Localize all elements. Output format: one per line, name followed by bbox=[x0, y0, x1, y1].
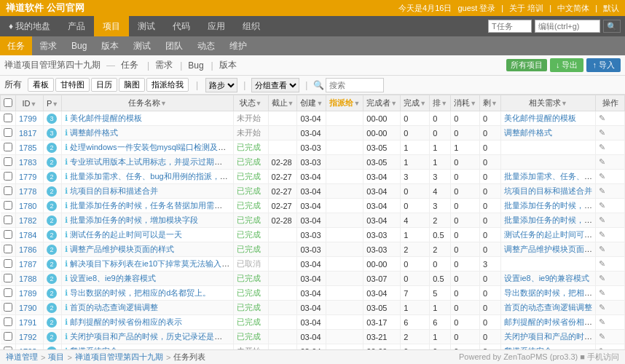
row-checkbox[interactable] bbox=[4, 317, 12, 326]
task-name-link[interactable]: 解决项目下标列表在ie10下掉常莫无法输入数据 bbox=[70, 259, 233, 268]
edit-icon[interactable]: ✎ bbox=[599, 143, 605, 151]
task-id-link[interactable]: 1789 bbox=[19, 289, 36, 298]
story-link[interactable]: 测试任务的起止时间可以是一天 bbox=[504, 230, 596, 239]
col-header-story[interactable]: 相关需求▼ bbox=[501, 95, 596, 111]
edit-icon[interactable]: ✎ bbox=[599, 186, 605, 195]
row-checkbox[interactable] bbox=[4, 143, 12, 151]
subnav-bug[interactable]: Bug bbox=[64, 36, 94, 55]
topbar-user[interactable]: guest 登录 bbox=[457, 3, 495, 14]
task-name-link[interactable]: 首页的动态查询逻辑调整 bbox=[70, 303, 158, 312]
breadcrumb-project-name[interactable]: 禅道项目管理第四十九期 bbox=[75, 352, 163, 363]
task-name-link[interactable]: 调整产品维护模块页面的样式 bbox=[70, 245, 174, 253]
breadcrumb-root[interactable]: 禅道管理 bbox=[6, 352, 38, 363]
col-header-p[interactable]: P▼ bbox=[44, 95, 62, 111]
subnav-demand[interactable]: 需求 bbox=[32, 36, 64, 55]
col-header-complete[interactable]: 完成▼ bbox=[401, 95, 430, 111]
edit-icon[interactable]: ✎ bbox=[599, 347, 605, 349]
search-btn-nav[interactable]: 🔍 bbox=[603, 20, 621, 33]
row-checkbox[interactable] bbox=[4, 157, 12, 166]
task-info-icon[interactable]: ℹ bbox=[65, 245, 68, 253]
story-link[interactable]: 批量添加任务的时候，任务名替据加到相关需求栏 bbox=[504, 201, 596, 210]
row-checkbox[interactable] bbox=[4, 186, 12, 195]
row-checkbox[interactable] bbox=[4, 347, 12, 350]
edit-icon[interactable]: ✎ bbox=[599, 172, 605, 181]
col-header-pri[interactable]: 排▼ bbox=[430, 95, 451, 111]
task-info-icon[interactable]: ℹ bbox=[65, 274, 68, 282]
edit-icon[interactable]: ✎ bbox=[599, 303, 605, 312]
search-input[interactable] bbox=[326, 78, 384, 92]
nav-my-desk[interactable]: ♦ 我的地盘 bbox=[0, 16, 59, 36]
col-header-left[interactable]: 剩▼ bbox=[480, 95, 501, 111]
edit-icon[interactable]: ✎ bbox=[599, 274, 605, 282]
row-checkbox[interactable] bbox=[4, 274, 12, 282]
row-checkbox[interactable] bbox=[4, 114, 12, 122]
task-id-link[interactable]: 1799 bbox=[19, 114, 36, 123]
row-checkbox[interactable] bbox=[4, 259, 12, 268]
export-btn[interactable]: ↓ 导出 bbox=[550, 58, 584, 72]
edit-icon[interactable]: ✎ bbox=[599, 128, 605, 137]
task-name-link[interactable]: 邮判提醒的时候省份相应的表示 bbox=[70, 317, 182, 326]
task-name-link[interactable]: 批量添加任务的时候，任务名替据加用需求功能 bbox=[70, 201, 233, 210]
nav-org[interactable]: 组织 bbox=[234, 16, 269, 36]
row-checkbox[interactable] bbox=[4, 288, 12, 297]
col-header-assign[interactable]: 指派给▼ bbox=[326, 95, 363, 111]
task-info-icon[interactable]: ℹ bbox=[65, 186, 68, 195]
task-id-link[interactable]: 1792 bbox=[19, 333, 36, 341]
story-link[interactable]: 邮判提醒的时候省份相应的表示 bbox=[504, 317, 596, 326]
task-name-link[interactable]: 美化邮件提醒的模板 bbox=[70, 114, 142, 122]
edit-icon[interactable]: ✎ bbox=[599, 230, 605, 239]
story-link[interactable]: 调整邮件格式 bbox=[504, 128, 552, 137]
task-name-link[interactable]: 专业班试用版本上试用标志，并提示过期时限 bbox=[70, 157, 230, 166]
row-checkbox[interactable] bbox=[4, 303, 12, 312]
col-header-deadline[interactable]: 截止▼ bbox=[268, 95, 297, 111]
row-checkbox[interactable] bbox=[4, 230, 12, 239]
task-id-link[interactable]: 1779 bbox=[19, 173, 36, 181]
breadcrumb-project[interactable]: 项目 bbox=[48, 352, 64, 363]
task-id-link[interactable]: 1793 bbox=[19, 347, 36, 350]
task-id-link[interactable]: 1782 bbox=[19, 216, 36, 225]
task-id-link[interactable]: 1778 bbox=[19, 187, 36, 196]
row-checkbox[interactable] bbox=[4, 215, 12, 224]
task-id-link[interactable]: 1788 bbox=[19, 274, 36, 283]
view-calendar[interactable]: 日历 bbox=[91, 78, 117, 92]
view-mindmap[interactable]: 脑图 bbox=[119, 78, 145, 92]
task-info-icon[interactable]: ℹ bbox=[65, 157, 68, 166]
row-checkbox[interactable] bbox=[4, 332, 12, 341]
story-link[interactable]: 设置ie8、ie9的兼容模式 bbox=[504, 274, 589, 282]
story-link[interactable]: 导出数据的时候，把相应应相关的d名都 bbox=[504, 288, 596, 297]
topbar-about[interactable]: 关于 培训 bbox=[509, 3, 543, 14]
task-info-icon[interactable]: ℹ bbox=[65, 288, 68, 297]
task-info-icon[interactable]: ℹ bbox=[65, 332, 68, 341]
edit-icon[interactable]: ✎ bbox=[599, 114, 605, 122]
task-id-link[interactable]: 1783 bbox=[19, 158, 36, 167]
task-name-link[interactable]: 关闭护项目和产品的时候，历史记录还是英文的用户名，应该用中文显 bbox=[70, 332, 233, 341]
edit-icon[interactable]: ✎ bbox=[599, 245, 605, 253]
col-header-created[interactable]: 创建▼ bbox=[297, 95, 326, 111]
group-view-select[interactable]: 分组查看 按状态 按指派人 bbox=[251, 78, 299, 92]
task-id-link[interactable]: 1786 bbox=[19, 245, 36, 254]
nav-test[interactable]: 测试 bbox=[129, 16, 164, 36]
task-name-link[interactable]: 批量添加需求、任务、bug和用例的指派，指派行符处理为 bbox=[70, 172, 233, 181]
row-checkbox[interactable] bbox=[4, 201, 12, 210]
story-link[interactable]: 关闭护项目和产品的时候，历史记录还 bbox=[504, 332, 596, 341]
task-id-link[interactable]: 1817 bbox=[19, 129, 36, 138]
edit-icon[interactable]: ✎ bbox=[599, 157, 605, 166]
col-header-consumed[interactable]: 消耗▼ bbox=[451, 95, 480, 111]
edit-icon[interactable]: ✎ bbox=[599, 288, 605, 297]
task-name-link[interactable]: 导出数据的时候，把相应的d名都贸上。 bbox=[70, 288, 211, 297]
row-checkbox[interactable] bbox=[4, 245, 12, 253]
select-all-checkbox[interactable] bbox=[4, 98, 12, 107]
view-gantt[interactable]: 甘特图 bbox=[55, 78, 90, 92]
edit-icon[interactable]: ✎ bbox=[599, 317, 605, 326]
story-link[interactable]: 批量添加需求、任务、bug和用例 bbox=[504, 172, 596, 181]
task-id-link[interactable]: 1784 bbox=[19, 231, 36, 240]
task-id-link[interactable]: 1780 bbox=[19, 202, 36, 210]
story-link[interactable]: 批量添加任务的时候，增加模块字段 bbox=[504, 215, 596, 224]
task-name-link[interactable]: 批量添加任务的时候，增加模块字段 bbox=[70, 215, 198, 224]
col-header-status[interactable]: 状态▼ bbox=[233, 95, 268, 111]
task-id-link[interactable]: 1787 bbox=[19, 260, 36, 269]
task-info-icon[interactable]: ℹ bbox=[65, 317, 68, 326]
col-header-id[interactable]: ID▼ bbox=[16, 95, 44, 111]
col-header-name[interactable]: 任务名称▼ bbox=[62, 95, 233, 111]
edit-icon[interactable]: ✎ bbox=[599, 259, 605, 268]
